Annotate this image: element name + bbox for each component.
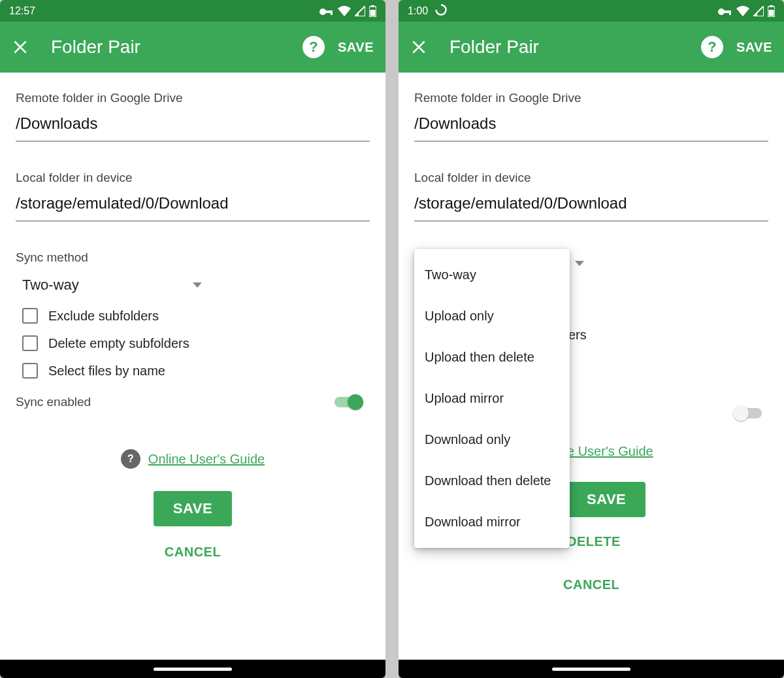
remote-folder-input[interactable]: /Downloads [16, 112, 370, 142]
dropdown-caret-visible [575, 266, 584, 278]
sync-method-popup: Two-way Upload only Upload then delete U… [414, 249, 570, 548]
app-bar: Folder Pair ? SAVE [399, 22, 784, 73]
battery-icon [369, 5, 376, 17]
phone-screen-right: 1:00 G Folder Pair ? SAVE Remote fol [399, 0, 784, 678]
popup-item-download-mirror[interactable]: Download mirror [414, 501, 570, 543]
save-button[interactable]: SAVE [567, 482, 645, 517]
app-bar: Folder Pair ? SAVE [0, 22, 385, 73]
nav-pill-icon[interactable] [154, 668, 232, 671]
help-icon: ? [309, 39, 318, 56]
vpn-key-icon: G [718, 7, 732, 16]
local-folder-label: Local folder in device [414, 171, 768, 185]
sync-enabled-toggle[interactable] [733, 405, 762, 421]
local-folder-input[interactable]: /storage/emulated/0/Download [414, 192, 768, 222]
cancel-button[interactable]: CANCEL [165, 545, 221, 560]
nav-bar [399, 660, 784, 678]
remote-folder-label: Remote folder in Google Drive [16, 91, 370, 105]
close-button[interactable] [410, 39, 436, 56]
status-bar: 12:57 G [0, 0, 385, 22]
status-bar: 1:00 G [399, 0, 784, 22]
save-action-top[interactable]: SAVE [736, 40, 772, 55]
form-content: Remote folder in Google Drive /Downloads… [0, 73, 385, 678]
remote-folder-label: Remote folder in Google Drive [414, 91, 768, 105]
popup-item-download-only[interactable]: Download only [414, 419, 570, 460]
sync-status-icon [434, 3, 448, 19]
delete-empty-checkbox[interactable] [22, 335, 38, 351]
local-folder-label: Local folder in device [16, 171, 370, 185]
help-circle-icon: ? [121, 449, 140, 469]
sync-method-label: Sync method [16, 250, 370, 265]
svg-rect-5 [371, 5, 374, 7]
svg-rect-6 [370, 10, 376, 16]
status-time: 12:57 [9, 5, 35, 17]
status-icons: G [718, 5, 775, 17]
sync-method-value: Two-way [22, 277, 79, 294]
select-by-name-checkbox[interactable] [22, 363, 38, 379]
vpn-key-icon: G [319, 7, 334, 16]
svg-rect-12 [770, 5, 773, 7]
signal-icon [753, 6, 764, 16]
close-button[interactable] [12, 39, 38, 56]
cancel-button[interactable]: CANCEL [563, 577, 619, 592]
save-action-top[interactable]: SAVE [338, 40, 374, 55]
signal-icon [355, 6, 365, 16]
svg-rect-2 [331, 10, 333, 15]
popup-item-two-way[interactable]: Two-way [414, 254, 570, 296]
sync-enabled-toggle[interactable] [335, 394, 363, 410]
popup-item-download-then-delete[interactable]: Download then delete [414, 460, 570, 501]
help-button[interactable]: ? [302, 36, 325, 58]
exclude-subfolders-checkbox[interactable] [22, 308, 38, 324]
select-by-name-label: Select files by name [48, 364, 165, 379]
close-icon [12, 39, 29, 56]
svg-rect-13 [769, 10, 774, 16]
help-button[interactable]: ? [701, 36, 723, 58]
user-guide-link[interactable]: Online User's Guide [148, 452, 265, 467]
phone-screen-left: 12:57 G Folder Pair ? SAVE Remote folder… [0, 0, 385, 678]
chevron-down-icon [575, 261, 584, 277]
remote-folder-input[interactable]: /Downloads [414, 112, 768, 142]
nav-pill-icon[interactable] [552, 668, 630, 671]
form-content: Remote folder in Google Drive /Downloads… [399, 73, 784, 678]
partial-text-ers: ers [568, 328, 587, 343]
wifi-icon [736, 6, 749, 16]
chevron-down-icon [193, 282, 202, 288]
nav-bar [0, 660, 385, 678]
user-guide-link-partial[interactable]: e User's Guide [567, 444, 653, 458]
wifi-icon [338, 6, 351, 16]
battery-icon [768, 5, 775, 17]
popup-item-upload-then-delete[interactable]: Upload then delete [414, 337, 570, 378]
exclude-subfolders-label: Exclude subfolders [48, 309, 159, 324]
delete-empty-label: Delete empty subfolders [48, 336, 189, 351]
help-icon: ? [708, 39, 716, 56]
popup-item-upload-mirror[interactable]: Upload mirror [414, 378, 570, 419]
sync-method-dropdown[interactable]: Two-way [16, 271, 370, 299]
local-folder-input[interactable]: /storage/emulated/0/Download [16, 192, 370, 222]
close-icon [410, 39, 427, 56]
svg-text:G: G [327, 7, 330, 10]
save-button[interactable]: SAVE [154, 491, 232, 526]
delete-button[interactable]: DELETE [567, 534, 621, 549]
page-title: Folder Pair [449, 37, 701, 58]
status-time: 1:00 [408, 5, 428, 17]
page-title: Folder Pair [51, 37, 302, 58]
popup-item-upload-only[interactable]: Upload only [414, 296, 570, 337]
sync-enabled-label: Sync enabled [16, 395, 91, 409]
svg-text:G: G [725, 7, 728, 10]
status-icons: G [319, 5, 376, 17]
svg-rect-9 [729, 10, 731, 15]
